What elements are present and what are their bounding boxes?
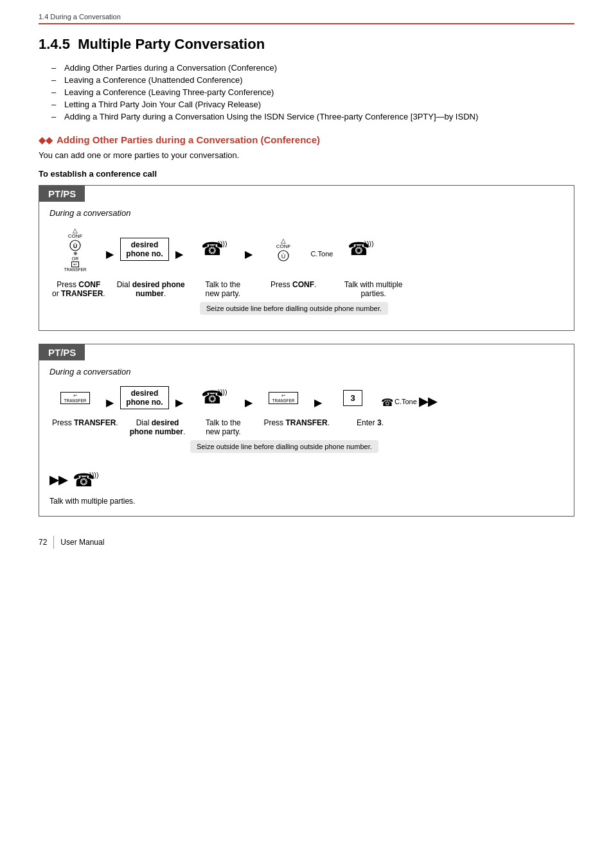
arrow-2-2: ▶ <box>172 390 187 409</box>
arrow-2-1: ▶ <box>102 390 118 409</box>
svg-text:)))): )))) <box>218 388 227 396</box>
desired-phone-box: desiredphone no. <box>120 238 168 261</box>
double-arrow-2: ▶▶ <box>49 473 67 487</box>
ptps-subtitle-2: During a conversation <box>49 367 574 376</box>
key3-icon: 3 <box>343 390 362 406</box>
phone-wave-icon-2: ☎ )))) <box>346 237 375 260</box>
svg-text:)))): )))) <box>364 240 374 247</box>
svg-text:Ü: Ü <box>73 243 78 249</box>
conf-transfer-icon: △ CONF Ü ⊕ OR ↩ TRANSFER <box>64 227 86 272</box>
ptps-box-1: PT/PS During a conversation △ CONF Ü ⊕ O… <box>39 185 574 331</box>
step-col-2-3: ☎ )))) <box>188 385 240 413</box>
arrow-2-4: ▶ <box>310 390 326 409</box>
step-col-2-1: ↩ TRANSFER <box>49 392 101 407</box>
svg-text:Ü: Ü <box>281 253 286 260</box>
step-icons-row-1: △ CONF Ü ⊕ OR ↩ TRANSFER ▶ desiredphone … <box>49 227 574 275</box>
list-item: Adding Other Parties during a Conversati… <box>51 63 574 73</box>
step-icons-row-2: ↩ TRANSFER ▶ desiredphone no. ▶ ☎ )))) ▶ <box>49 385 574 413</box>
footer-divider <box>53 536 54 549</box>
page-title: 1.4.5 Multiple Party Conversation <box>39 36 574 53</box>
phone-wave-icon-final: ☎ )))) <box>71 468 100 492</box>
handset-icon-ctone: ☎ <box>380 394 393 409</box>
list-item: Leaving a Conference (Leaving Three-part… <box>51 87 574 97</box>
label-cell-1: Press CONFor TRANSFER. <box>49 280 108 298</box>
label-cell-3: Talk to thenew party. <box>194 280 252 298</box>
breadcrumb: 1.4 During a Conversation <box>39 13 574 24</box>
ptps-box-2: PT/PS During a conversation ↩ TRANSFER ▶… <box>39 344 574 517</box>
arrow-2-3: ▶ <box>241 390 256 409</box>
arrow-3: ▶ <box>241 242 256 260</box>
step-col-3: ☎ )))) <box>188 237 240 265</box>
label-cell-2: Dial desired phonenumber. <box>114 280 188 298</box>
svg-text:)))): )))) <box>89 471 99 479</box>
step-col-2-5: 3 <box>327 390 378 409</box>
label-cell-2-3: Talk to thenew party. <box>194 418 252 436</box>
arrow-1: ▶ <box>102 242 118 260</box>
to-establish-label: To establish a conference call <box>39 169 574 179</box>
label-cell-2-4: Press TRANSFER. <box>261 418 332 427</box>
label-cell-2-5: Enter 3. <box>341 418 399 427</box>
list-item: Adding a Third Party during a Conversati… <box>51 112 574 121</box>
label-row-1: Press CONFor TRANSFER. Dial desired phon… <box>49 280 574 298</box>
label-cell-2-1: Press TRANSFER. <box>49 418 121 427</box>
bullet-list: Adding Other Parties during a Conversati… <box>51 63 574 121</box>
phone-wave-icon-1: ☎ )))) <box>200 237 228 260</box>
svg-text:)))): )))) <box>218 240 227 247</box>
ctone-label-2: C.Tone <box>395 398 417 405</box>
subsection-description: You can add one or more parties to your … <box>39 150 574 160</box>
ptps-header-2: PT/PS <box>39 344 85 360</box>
ptps-header-1: PT/PS <box>39 186 85 202</box>
ptps-subtitle-1: During a conversation <box>49 208 574 218</box>
desired-phone-box-2: desiredphone no. <box>120 386 168 409</box>
note-box-1: Seize outside line before dialling outsi… <box>148 302 574 320</box>
step-col-2-2: desiredphone no. <box>119 386 170 412</box>
transfer-icon-2: ↩ TRANSFER <box>269 392 298 404</box>
arrow-2: ▶ <box>172 242 187 260</box>
subsection-title: ◆◆ Adding Other Parties during a Convers… <box>39 134 574 145</box>
footer: 72 User Manual <box>39 536 574 549</box>
step-col-2: desiredphone no. <box>119 238 170 263</box>
transfer-icon-1: ↩ TRANSFER <box>60 392 89 404</box>
final-label: Talk with multiple parties. <box>49 497 574 506</box>
step-col-5: ☎ )))) <box>335 237 386 265</box>
diamond-icon: ◆◆ <box>39 135 53 145</box>
step-col-4: △ CONF Ü <box>258 237 309 264</box>
label-cell-2-2: Dial desiredphone number. <box>127 418 188 436</box>
step-col-2-4: ↩ TRANSFER <box>258 392 309 407</box>
phone-icon-1: Ü <box>68 240 82 251</box>
final-row: ▶▶ ☎ )))) <box>49 468 574 492</box>
label-cell-4: Press CONF. <box>265 280 323 289</box>
list-item: Letting a Third Party Join Your Call (Pr… <box>51 100 574 109</box>
label-row-2: Press TRANSFER. Dial desiredphone number… <box>49 418 574 436</box>
phone-wave-icon-3: ☎ )))) <box>200 385 228 409</box>
conf-icon-2: △ CONF Ü <box>276 237 291 261</box>
list-item: Leaving a Conference (Unattended Confere… <box>51 75 574 85</box>
ctone-label-1: C.Tone <box>310 244 333 258</box>
conf-phone-icon: Ü <box>276 250 290 261</box>
step-col-1: △ CONF Ü ⊕ OR ↩ TRANSFER <box>49 227 101 275</box>
svg-text:☎: ☎ <box>381 397 393 408</box>
note-box-2: Seize outside line before dialling outsi… <box>139 440 574 458</box>
double-arrow-1: ▶▶ <box>419 394 437 409</box>
label-cell-5: Talk with multipleparties. <box>342 280 405 298</box>
